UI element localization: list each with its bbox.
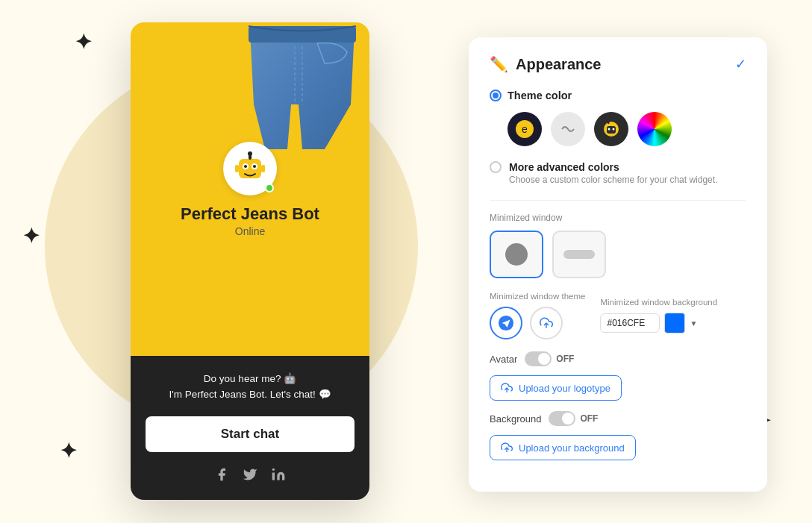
minimized-theme-label: Minimized window theme — [490, 292, 585, 301]
upload-icon — [540, 316, 553, 330]
theme-swatch-rainbow[interactable] — [637, 112, 672, 146]
upload-logotype-icon — [501, 382, 513, 394]
light-theme-icon — [558, 119, 578, 140]
dark-bot-theme-icon — [601, 119, 622, 140]
svg-text:e: e — [522, 123, 528, 135]
svg-point-4 — [244, 165, 247, 168]
telegram-icon-btn[interactable] — [490, 307, 522, 339]
panel-header: ✏️ Appearance ✓ — [490, 55, 746, 73]
dark-theme-icon: e — [514, 119, 535, 140]
svg-point-7 — [248, 151, 252, 156]
theme-color-radio[interactable] — [490, 90, 502, 101]
advanced-colors-text: More advanced colors Choose a custom col… — [509, 161, 717, 185]
pencil-icon: ✏️ — [490, 55, 508, 73]
bot-face-icon — [233, 151, 267, 186]
svg-point-5 — [253, 165, 256, 168]
divider-1 — [490, 200, 746, 201]
social-icons-row — [214, 467, 286, 482]
upload-theme-btn[interactable] — [530, 307, 563, 339]
chat-widget-card: Perfect Jeans Bot Online Do you hear me?… — [131, 22, 369, 500]
mini-bar — [563, 250, 595, 259]
minimized-window-theme-col: Minimized window theme — [490, 292, 585, 339]
panel-title: Appearance — [516, 56, 602, 73]
theme-swatch-light[interactable] — [551, 112, 585, 146]
star-decoration-1: ✦ — [75, 30, 92, 54]
background-label: Background — [490, 413, 541, 425]
star-decoration-5: ✦ — [22, 224, 40, 248]
upload-logotype-label: Upload your logotype — [519, 383, 610, 394]
online-indicator — [265, 184, 274, 192]
theme-color-section-header: Theme color — [490, 90, 746, 101]
avatar-toggle-track[interactable] — [525, 351, 552, 366]
chat-card-bottom: Do you hear me? 🤖 I'm Perfect Jeans Bot.… — [131, 356, 369, 500]
bot-name: Perfect Jeans Bot — [181, 204, 319, 224]
appearance-panel: ✏️ Appearance ✓ Theme color e — [469, 37, 767, 492]
chat-message: Do you hear me? 🤖 I'm Perfect Jeans Bot.… — [169, 371, 331, 403]
avatar-label: Avatar — [490, 354, 517, 365]
upload-background-label: Upload your background — [519, 442, 625, 454]
svg-rect-9 — [261, 165, 265, 172]
bg-input-group: ▼ — [600, 313, 717, 333]
svg-point-16 — [608, 128, 610, 131]
avatar-toggle[interactable]: OFF — [525, 351, 574, 366]
upload-logotype-btn[interactable]: Upload your logotype — [490, 375, 622, 401]
color-preview-box[interactable] — [664, 313, 685, 333]
chevron-up-icon[interactable]: ✓ — [735, 56, 746, 72]
minimized-window-label: Minimized window — [490, 213, 746, 223]
theme-colors-row: e — [508, 112, 746, 146]
avatar-toggle-row: Avatar OFF — [490, 351, 746, 366]
svg-rect-8 — [235, 165, 239, 172]
linkedin-icon[interactable] — [271, 467, 286, 482]
advanced-colors-radio[interactable] — [490, 161, 502, 173]
svg-rect-10 — [272, 473, 275, 480]
telegram-icon — [498, 315, 514, 331]
background-toggle-track[interactable] — [549, 411, 575, 426]
bot-avatar — [223, 142, 277, 195]
advanced-colors-title: More advanced colors — [509, 161, 717, 173]
background-toggle-row: Background OFF — [490, 411, 746, 426]
start-chat-button[interactable]: Start chat — [146, 416, 355, 452]
twitter-icon[interactable] — [243, 467, 257, 482]
svg-rect-18 — [608, 120, 610, 124]
advanced-colors-section: More advanced colors Choose a custom col… — [490, 161, 746, 185]
star-decoration-2: ✦ — [60, 439, 77, 463]
theme-color-label: Theme color — [508, 90, 572, 101]
background-toggle[interactable]: OFF — [549, 411, 598, 426]
mini-preview-bar-style[interactable] — [552, 231, 606, 278]
chat-card-top: Perfect Jeans Bot Online — [131, 22, 369, 356]
svg-point-17 — [613, 128, 615, 131]
minimized-previews-row — [490, 231, 746, 278]
background-toggle-thumb — [562, 413, 574, 425]
hex-color-input[interactable] — [600, 313, 660, 333]
color-dropdown-arrow[interactable]: ▼ — [690, 319, 697, 328]
bot-status: Online — [235, 225, 265, 237]
background-toggle-state: OFF — [580, 413, 598, 424]
theme-bg-row: Minimized window theme — [490, 292, 746, 339]
advanced-colors-desc: Choose a custom color scheme for your ch… — [509, 175, 717, 185]
avatar-toggle-state: OFF — [556, 354, 574, 364]
upload-background-icon — [501, 442, 513, 454]
minimized-bg-label: Minimized window background — [600, 298, 717, 307]
mini-preview-icon-style[interactable] — [490, 231, 543, 278]
panel-title-group: ✏️ Appearance — [490, 55, 602, 73]
svg-point-11 — [272, 469, 275, 471]
avatar-toggle-thumb — [538, 353, 550, 365]
minimized-window-bg-col: Minimized window background ▼ — [600, 298, 717, 333]
upload-background-btn[interactable]: Upload your background — [490, 435, 636, 460]
jeans-illustration — [235, 22, 369, 160]
mini-icon-circle — [505, 243, 528, 266]
svg-rect-15 — [607, 126, 616, 134]
facebook-icon[interactable] — [214, 467, 229, 482]
theme-swatch-dark-blue[interactable]: e — [508, 112, 542, 146]
theme-swatch-dark-bot[interactable] — [594, 112, 628, 146]
